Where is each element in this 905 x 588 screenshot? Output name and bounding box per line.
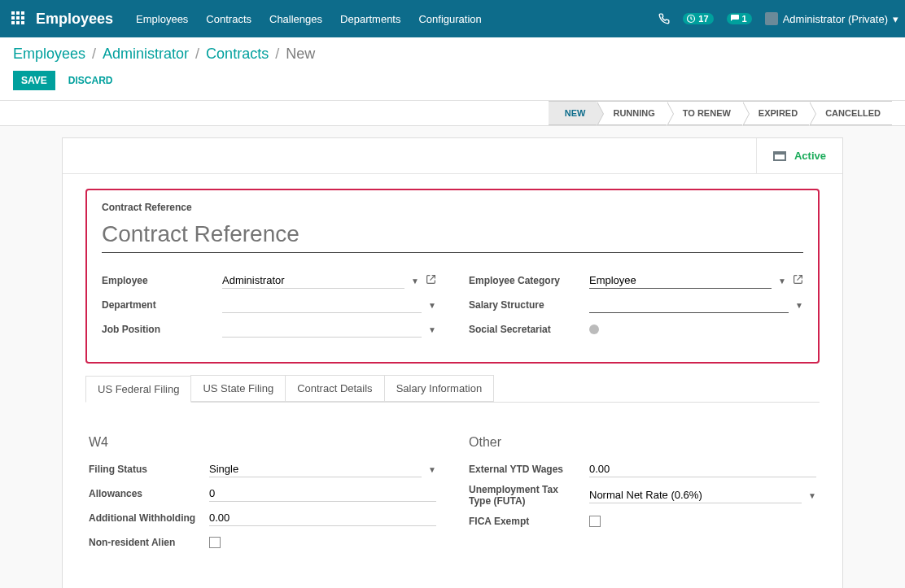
non-resident-alien-label: Non-resident Alien (89, 537, 203, 548)
form-col-right: Employee Category ▼ Salary Structure ▼ S… (469, 271, 803, 344)
breadcrumb: Employees / Administrator / Contracts / … (13, 46, 892, 63)
save-button[interactable]: SAVE (13, 71, 55, 90)
form-grid: Employee ▼ Department ▼ Job Position (102, 271, 803, 344)
chevron-down-icon[interactable]: ▼ (428, 301, 436, 310)
allowances-label: Allowances (89, 488, 203, 499)
activity-badge[interactable]: 17 (683, 13, 713, 24)
social-secretariat-radio[interactable] (589, 324, 599, 334)
additional-withholding-field[interactable] (209, 510, 436, 526)
other-col: Other External YTD Wages Unemployment Ta… (469, 435, 816, 557)
chevron-down-icon[interactable]: ▼ (795, 301, 803, 310)
salary-structure-field[interactable] (589, 297, 789, 313)
crumb-sep: / (92, 46, 96, 63)
external-ytd-label: External YTD Wages (469, 464, 583, 475)
nav-contracts[interactable]: Contracts (206, 13, 251, 25)
tab-contract-details[interactable]: Contract Details (285, 375, 384, 402)
form-col-left: Employee ▼ Department ▼ Job Position (102, 271, 436, 344)
futa-field[interactable] (589, 487, 802, 503)
sheet-body: Contract Reference Employee ▼ Department (63, 174, 842, 588)
discard-button[interactable]: DISCARD (68, 75, 113, 86)
contract-ref-label: Contract Reference (102, 202, 803, 213)
status-expired[interactable]: EXPIRED (742, 101, 809, 125)
crumb-employees[interactable]: Employees (13, 46, 85, 63)
employee-category-field[interactable] (589, 272, 772, 289)
top-nav: Employees Contracts Challenges Departmen… (136, 13, 482, 25)
salary-structure-label: Salary Structure (469, 299, 583, 311)
filing-status-label: Filing Status (89, 464, 203, 475)
filing-status-field[interactable] (209, 461, 422, 477)
user-label: Administrator (Private) (783, 13, 888, 25)
status-new[interactable]: NEW (549, 101, 597, 125)
tab-us-state[interactable]: US State Filing (190, 375, 286, 402)
sheet-top: Active (63, 138, 842, 174)
contract-ref-input[interactable] (102, 218, 803, 253)
status-running[interactable]: RUNNING (597, 101, 666, 125)
active-toggle[interactable]: Active (756, 138, 842, 173)
status-to-renew[interactable]: TO RENEW (667, 101, 742, 125)
topbar: Employees Employees Contracts Challenges… (0, 0, 905, 37)
tab-us-federal[interactable]: US Federal Filing (85, 376, 191, 403)
non-resident-alien-checkbox[interactable] (209, 537, 221, 548)
other-heading: Other (469, 435, 816, 450)
employee-category-label: Employee Category (469, 275, 583, 286)
nav-employees[interactable]: Employees (136, 13, 188, 25)
crumb-administrator[interactable]: Administrator (103, 46, 189, 63)
employee-field[interactable] (222, 272, 404, 289)
external-link-icon[interactable] (426, 274, 436, 287)
action-row: SAVE DISCARD (13, 63, 892, 100)
chevron-down-icon[interactable]: ▼ (808, 491, 816, 500)
control-panel: Employees / Administrator / Contracts / … (0, 37, 905, 101)
crumb-contracts[interactable]: Contracts (206, 46, 269, 63)
statusbar: NEW RUNNING TO RENEW EXPIRED CANCELLED (549, 101, 892, 125)
external-ytd-field[interactable] (589, 461, 816, 477)
phone-icon[interactable] (658, 13, 670, 24)
fica-exempt-checkbox[interactable] (589, 516, 601, 527)
job-position-label: Job Position (102, 324, 216, 335)
archive-icon (773, 151, 786, 161)
job-position-field[interactable] (222, 321, 422, 338)
crumb-current: New (286, 46, 315, 63)
user-menu[interactable]: Administrator (Private) ▾ (765, 12, 898, 25)
app-brand[interactable]: Employees (36, 11, 113, 28)
chat-badge[interactable]: 1 (727, 13, 752, 24)
topbar-right: 17 1 Administrator (Private) ▾ (658, 12, 898, 25)
crumb-sep: / (195, 46, 199, 63)
futa-label: Unemployment Tax Type (FUTA) (469, 484, 583, 507)
statusbar-row: NEW RUNNING TO RENEW EXPIRED CANCELLED (0, 101, 905, 126)
allowances-field[interactable] (209, 486, 436, 502)
department-field[interactable] (222, 297, 422, 313)
chevron-down-icon[interactable]: ▼ (428, 325, 436, 334)
nav-departments[interactable]: Departments (340, 13, 400, 25)
chevron-down-icon[interactable]: ▼ (428, 465, 436, 474)
additional-withholding-label: Additional Withholding (89, 512, 203, 524)
chevron-down-icon[interactable]: ▼ (778, 277, 786, 285)
department-label: Department (102, 299, 216, 311)
crumb-sep: / (275, 46, 279, 63)
tab-salary-info[interactable]: Salary Information (384, 375, 495, 402)
nav-configuration[interactable]: Configuration (418, 13, 481, 25)
employee-label: Employee (102, 275, 216, 286)
external-link-icon[interactable] (793, 274, 803, 287)
caret-down-icon: ▾ (893, 13, 898, 25)
tabs: US Federal Filing US State Filing Contra… (85, 375, 820, 403)
tab-pane-federal: W4 Filing Status ▼ Allowances Additional… (85, 403, 820, 572)
apps-icon[interactable] (11, 11, 26, 26)
chat-count: 1 (742, 14, 747, 24)
fica-exempt-label: FICA Exempt (469, 516, 583, 527)
chevron-down-icon[interactable]: ▼ (411, 277, 419, 285)
w4-heading: W4 (89, 435, 436, 450)
active-label: Active (794, 150, 826, 162)
activity-count: 17 (698, 14, 708, 24)
social-secretariat-label: Social Secretariat (469, 324, 583, 335)
form-sheet: Active Contract Reference Employee ▼ (62, 137, 843, 588)
federal-grid: W4 Filing Status ▼ Allowances Additional… (89, 435, 816, 557)
avatar-icon (765, 12, 778, 25)
highlight-box: Contract Reference Employee ▼ Department (85, 189, 820, 364)
w4-col: W4 Filing Status ▼ Allowances Additional… (89, 435, 436, 557)
status-cancelled[interactable]: CANCELLED (809, 101, 892, 125)
nav-challenges[interactable]: Challenges (269, 13, 322, 25)
